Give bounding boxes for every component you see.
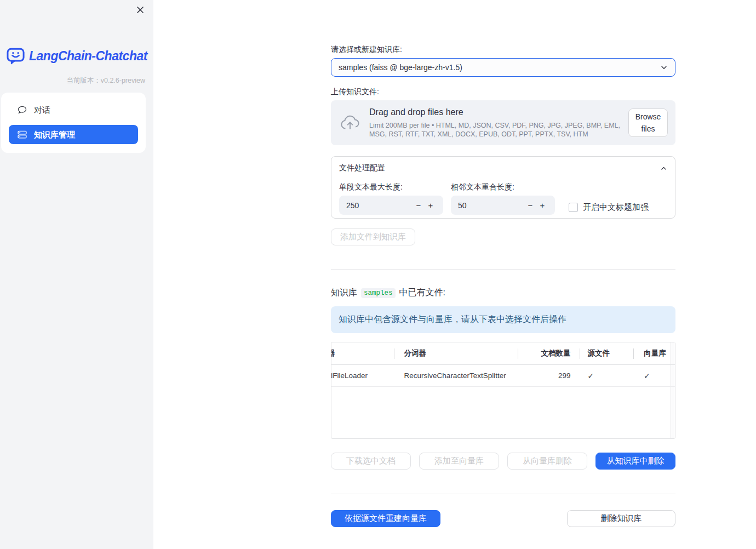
overlap-size-decrement-button[interactable]: −	[524, 201, 536, 210]
sidebar-item-label: 知识库管理	[34, 130, 75, 139]
rebuild-vector-store-button[interactable]: 依据源文件重建向量库	[331, 510, 440, 527]
main-content: 请选择或新建知识库: samples (faiss @ bge-large-zh…	[331, 0, 675, 527]
sidebar-item-label: 对话	[34, 106, 50, 114]
zh-title-enhance-group: 开启中文标题加强	[569, 200, 649, 215]
col-header-doc-count: 文档数量	[518, 342, 580, 364]
chunk-size-group: 单段文本最大长度: 250 − +	[339, 183, 443, 215]
chunk-size-label: 单段文本最大长度:	[339, 183, 443, 191]
sidebar: LangChain-Chatchat 当前版本：v0.2.6-preview 对…	[0, 0, 153, 549]
kb-name-code: samples	[361, 288, 396, 298]
divider	[331, 494, 675, 494]
cell-source-file-check: ✓	[580, 365, 634, 386]
stack-icon	[18, 130, 27, 139]
cloud-upload-icon	[340, 114, 360, 131]
add-to-vector-store-button[interactable]: 添加至向量库	[419, 453, 499, 470]
uploader-limit-text: Limit 200MB per file • HTML, MD, JSON, C…	[369, 121, 628, 139]
chunk-size-value: 250	[346, 201, 413, 210]
sidebar-close-button[interactable]	[135, 4, 146, 15]
cell-vector-store-check: ✓	[633, 365, 671, 386]
info-alert-text: 知识库中包含源文件与向量库，请从下表中选择文件后操作	[339, 314, 566, 325]
check-icon: ✓	[588, 371, 594, 380]
sidebar-item-knowledge-base[interactable]: 知识库管理	[9, 125, 138, 144]
overlap-size-group: 相邻文本重合长度: 50 − +	[451, 183, 555, 215]
expander-body: 单段文本最大长度: 250 − + 相邻文本重合长度: 50 − + 开启中文标…	[339, 183, 667, 215]
file-config-expander: 文件处理配置 单段文本最大长度: 250 − + 相邻文本重合长度: 50	[331, 156, 675, 219]
kb-select-value: samples (faiss @ bge-large-zh-v1.5)	[339, 63, 462, 72]
expander-header[interactable]: 文件处理配置	[339, 163, 667, 173]
chunk-size-increment-button[interactable]: +	[425, 201, 437, 210]
delete-kb-button[interactable]: 删除知识库	[567, 510, 675, 527]
cell-splitter: RecursiveCharacterTextSplitter	[394, 365, 518, 386]
kb-files-heading: 知识库 samples 中已有文件:	[331, 287, 675, 299]
kb-actions-row: 依据源文件重建向量库 删除知识库	[331, 510, 675, 527]
version-value: v0.2.6-preview	[101, 77, 145, 84]
col-header-vector-store: 向量库	[633, 342, 671, 364]
file-uploader-dropzone[interactable]: Drag and drop files here Limit 200MB per…	[331, 100, 675, 145]
table-row[interactable]: UnstructuredFileLoader RecursiveCharacte…	[331, 365, 675, 387]
cell-doc-count: 299	[518, 365, 580, 386]
col-header-loader: 文档加载器	[331, 342, 394, 364]
sidebar-item-dialogue[interactable]: 对话	[9, 100, 138, 119]
col-header-source-file: 源文件	[580, 342, 634, 364]
kb-select[interactable]: samples (faiss @ bge-large-zh-v1.5)	[331, 58, 675, 77]
zh-title-enhance-label[interactable]: 开启中文标题加强	[583, 202, 649, 213]
browse-files-button[interactable]: Browse files	[628, 108, 668, 137]
delete-from-kb-button[interactable]: 从知识库中删除	[595, 453, 675, 470]
kb-heading-suffix: 中已有文件:	[399, 287, 445, 299]
file-actions-row: 下载选中文档 添加至向量库 从向量库删除 从知识库中删除	[331, 453, 675, 470]
table-scrollbar-track[interactable]	[671, 365, 675, 386]
zh-title-enhance-checkbox[interactable]	[569, 203, 578, 212]
download-selected-button[interactable]: 下载选中文档	[331, 453, 411, 470]
chatchat-logo-icon	[7, 48, 25, 65]
delete-from-vector-store-button[interactable]: 从向量库删除	[507, 453, 587, 470]
check-icon: ✓	[644, 371, 650, 380]
chevron-down-icon	[660, 64, 668, 71]
chunk-size-decrement-button[interactable]: −	[413, 201, 425, 210]
table-empty-area	[331, 387, 675, 438]
info-alert: 知识库中包含源文件与向量库，请从下表中选择文件后操作	[331, 306, 675, 333]
table-scrollbar-track[interactable]	[671, 342, 675, 364]
overlap-size-label: 相邻文本重合长度:	[451, 183, 555, 191]
table-scrollbar-track[interactable]	[671, 387, 675, 438]
cell-loader: UnstructuredFileLoader	[331, 365, 394, 386]
divider	[331, 269, 675, 270]
chunk-size-input[interactable]: 250 − +	[339, 196, 443, 215]
close-icon	[135, 4, 146, 15]
app-title: LangChain-Chatchat	[29, 49, 147, 64]
kb-files-table[interactable]: 文档加载器 分词器 文档数量 源文件 向量库 UnstructuredFileL…	[331, 342, 675, 439]
uploader-texts: Drag and drop files here Limit 200MB per…	[369, 107, 628, 139]
version-info: 当前版本：v0.2.6-preview	[66, 76, 145, 85]
table-header-row: 文档加载器 分词器 文档数量 源文件 向量库	[331, 342, 675, 365]
overlap-size-value: 50	[458, 201, 524, 210]
chat-bubble-icon	[18, 105, 27, 115]
uploader-title: Drag and drop files here	[369, 107, 628, 117]
sidebar-nav: 对话 知识库管理	[1, 93, 146, 153]
expander-title: 文件处理配置	[339, 163, 385, 173]
chevron-up-icon	[660, 165, 667, 172]
kb-select-label: 请选择或新建知识库:	[331, 45, 675, 53]
add-files-to-kb-button[interactable]: 添加文件到知识库	[331, 228, 415, 245]
kb-heading-prefix: 知识库	[331, 287, 357, 299]
upload-label: 上传知识文件:	[331, 88, 675, 95]
col-header-splitter: 分词器	[394, 342, 518, 364]
version-label: 当前版本：	[66, 77, 101, 84]
overlap-size-increment-button[interactable]: +	[536, 201, 548, 210]
overlap-size-input[interactable]: 50 − +	[451, 196, 555, 215]
app-logo: LangChain-Chatchat	[7, 48, 147, 65]
